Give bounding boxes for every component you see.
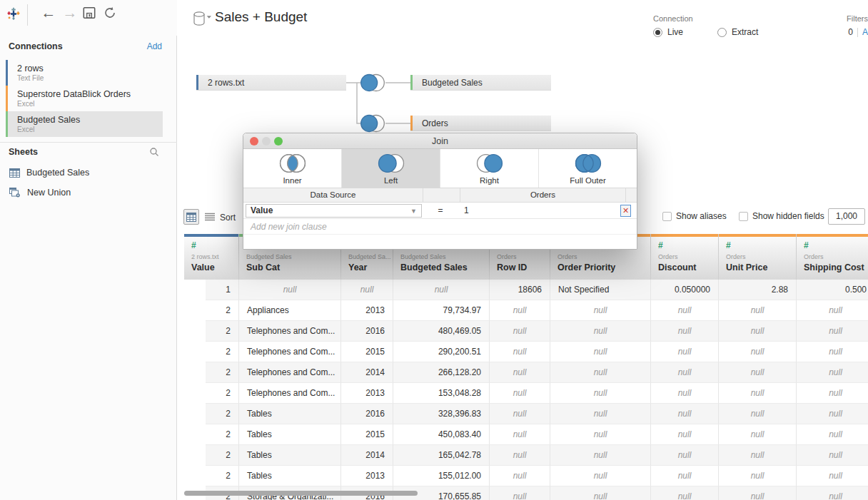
column-header[interactable]: # Orders Discount <box>651 234 719 280</box>
minimize-window-button[interactable] <box>262 137 271 146</box>
connection-type: Excel <box>17 126 163 133</box>
live-radio[interactable]: Live <box>653 27 683 37</box>
back-button[interactable]: ← <box>39 2 58 24</box>
add-connection-link[interactable]: Add <box>147 41 162 51</box>
table-cell: Telephones and Com... <box>239 321 341 342</box>
table-cell: 2013 <box>341 383 393 404</box>
grid-view-button[interactable] <box>183 209 199 225</box>
table-cell: 2013 <box>341 300 393 321</box>
show-aliases-checkbox[interactable] <box>662 212 672 221</box>
column-header[interactable]: # 2 rows.txt Value <box>184 234 239 280</box>
table-cell: 2013 <box>341 466 393 486</box>
sheet-item[interactable]: Budgeted Sales <box>0 163 177 183</box>
save-button[interactable] <box>81 2 97 24</box>
forward-button[interactable]: → <box>61 2 79 24</box>
column-color-bar <box>719 234 796 237</box>
connection-item[interactable]: Superstore DataBlick Orders Excel <box>6 86 163 111</box>
column-name: Year <box>348 262 393 272</box>
operator-cell[interactable]: = <box>422 205 459 215</box>
sidebar-divider <box>0 142 177 143</box>
table-cell: 2015 <box>341 342 393 362</box>
flow-table-node[interactable]: Orders <box>410 116 551 131</box>
show-hidden-checkbox[interactable] <box>739 212 748 221</box>
table-cell: 2 <box>206 445 239 466</box>
table-cell: null <box>797 362 868 383</box>
connection-item[interactable]: Budgeted Sales Excel <box>6 111 163 137</box>
sheet-item[interactable]: New Union <box>0 183 177 203</box>
show-hidden-label: Show hidden fields <box>752 211 824 221</box>
table-cell: null <box>651 362 719 383</box>
table-cell: null <box>490 445 550 466</box>
list-view-button[interactable] <box>202 209 218 225</box>
datasource-title[interactable]: Sales + Budget <box>215 9 307 25</box>
table-cell: 2014 <box>341 445 393 466</box>
column-color-bar <box>797 234 868 237</box>
table-cell: 165,042.78 <box>393 445 490 466</box>
column-name: Sub Cat <box>246 262 340 272</box>
show-aliases-label: Show aliases <box>676 211 727 221</box>
table-icon <box>9 168 20 178</box>
filters-add-link[interactable]: A <box>862 27 868 37</box>
column-header[interactable]: # Orders Shipping Cost <box>797 234 868 280</box>
table-cell: null <box>651 321 719 342</box>
table-cell: Not Specified <box>550 280 651 300</box>
column-header[interactable]: # Orders Unit Price <box>719 234 797 280</box>
connection-item[interactable]: 2 rows Text File <box>6 60 163 86</box>
table-cell: 2 <box>206 342 239 362</box>
table-cell: null <box>797 486 868 500</box>
table-row: 2Telephones and Com...2014266,128.20null… <box>184 362 868 383</box>
add-join-clause-row[interactable]: Add new join clause <box>243 219 637 235</box>
table-cell: null <box>239 280 341 300</box>
datatype-icon: # <box>804 240 868 251</box>
clause-right-header: Orders <box>460 188 626 202</box>
table-cell: null <box>550 321 651 342</box>
table-cell: Appliances <box>239 300 341 321</box>
table-cell: null <box>651 486 719 500</box>
extract-radio-dot[interactable] <box>717 28 727 37</box>
horizontal-scrollbar[interactable] <box>184 491 418 496</box>
column-color-bar <box>184 234 238 237</box>
table-cell: 2016 <box>341 321 393 342</box>
join-tab-label: Full Outer <box>570 176 606 185</box>
table-cell: 2.88 <box>719 280 797 300</box>
join-tab-right[interactable]: Right <box>440 149 539 188</box>
column-source: Orders <box>497 253 550 260</box>
database-icon[interactable] <box>192 11 213 28</box>
join-venn-icon[interactable] <box>358 73 388 96</box>
extract-radio[interactable]: Extract <box>717 27 758 37</box>
table-cell: null <box>490 424 550 445</box>
live-radio-dot[interactable] <box>653 28 662 37</box>
tableau-datasource-page: ← → Connections Add 2 rows Text File Sup… <box>0 0 868 500</box>
table-row: 2Appliances201379,734.97nullnullnullnull… <box>184 300 868 321</box>
connection-name: Budgeted Sales <box>17 115 163 126</box>
table-cell: 2 <box>206 404 239 424</box>
table-cell: null <box>651 383 719 404</box>
flow-table-node[interactable]: Budgeted Sales <box>410 75 551 91</box>
sheet-item-label: New Union <box>27 188 71 198</box>
right-value-field[interactable]: 1 <box>459 205 620 215</box>
table-row: 2Tables2014165,042.78nullnullnullnullnul… <box>184 445 868 466</box>
zoom-window-button[interactable] <box>274 137 283 146</box>
row-gutter <box>184 280 206 300</box>
join-tab-left[interactable]: Left <box>342 149 440 188</box>
flow-table-node[interactable]: 2 rows.txt <box>196 75 346 91</box>
join-tab-inner[interactable]: Inner <box>243 149 342 188</box>
column-source: Budgeted Sales <box>246 253 340 260</box>
join-type-venn-icon <box>275 153 311 175</box>
table-cell: null <box>550 300 651 321</box>
show-aliases-control: Show aliases <box>662 211 727 221</box>
join-tab-full[interactable]: Full Outer <box>539 149 637 188</box>
close-window-button[interactable] <box>250 137 258 146</box>
connections-list: 2 rows Text File Superstore DataBlick Or… <box>0 60 177 137</box>
search-icon[interactable] <box>149 147 159 157</box>
left-field-dropdown[interactable]: Value ▼ <box>246 204 422 218</box>
connection-name: Superstore DataBlick Orders <box>17 89 163 100</box>
refresh-button[interactable] <box>102 2 118 24</box>
column-source: Orders <box>557 253 650 260</box>
table-cell: null <box>550 445 651 466</box>
remove-clause-button[interactable]: ✕ <box>620 205 631 217</box>
row-limit-input[interactable]: 1,000 <box>828 208 865 225</box>
grid-body: 1nullnullnull18606Not Specified0.0500002… <box>184 280 868 500</box>
clause-table-header: Data Source Orders <box>243 188 637 203</box>
sort-fields-dropdown[interactable]: Sort <box>220 213 236 223</box>
